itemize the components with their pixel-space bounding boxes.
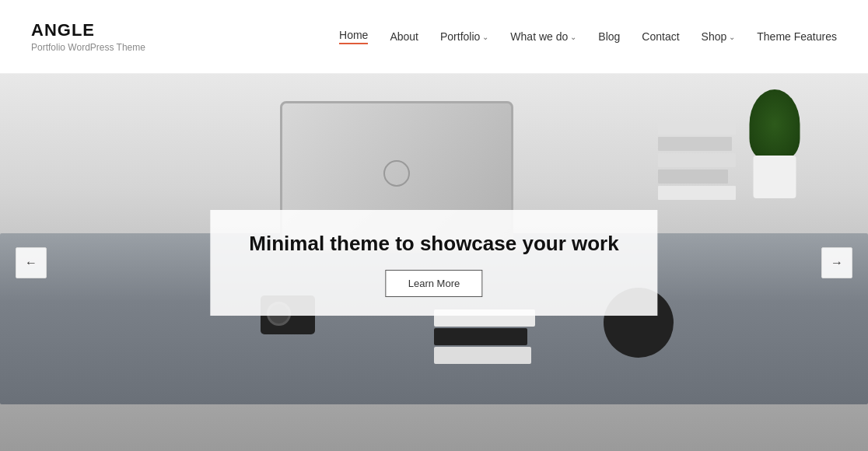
hero-section: ← → Minimal theme to showcase your work … bbox=[0, 74, 868, 451]
book-3 bbox=[434, 347, 531, 364]
nav-item-shop[interactable]: Shop ⌄ bbox=[702, 30, 736, 43]
nav-item-blog[interactable]: Blog bbox=[598, 30, 620, 43]
logo-title: ANGLE bbox=[31, 20, 145, 40]
plant-pot bbox=[754, 156, 796, 198]
hero-headline: Minimal theme to showcase your work bbox=[249, 232, 618, 256]
book-r-4 bbox=[658, 170, 728, 184]
portfolio-chevron-icon: ⌄ bbox=[482, 33, 488, 41]
next-slide-button[interactable]: → bbox=[821, 247, 852, 278]
shop-chevron-icon: ⌄ bbox=[729, 33, 735, 41]
plant-foliage bbox=[750, 89, 800, 159]
book-r-3 bbox=[658, 153, 736, 167]
nav-item-portfolio[interactable]: Portfolio ⌄ bbox=[440, 30, 488, 43]
logo-subtitle: Portfolio WordPress Theme bbox=[31, 42, 145, 53]
nav-item-contact[interactable]: Contact bbox=[642, 30, 679, 43]
logo-area: ANGLE Portfolio WordPress Theme bbox=[31, 20, 145, 53]
books-desk bbox=[434, 309, 535, 365]
nav-item-theme-features[interactable]: Theme Features bbox=[757, 30, 837, 43]
hero-text-box: Minimal theme to showcase your work Lear… bbox=[210, 210, 657, 316]
nav-item-home[interactable]: Home bbox=[339, 29, 368, 44]
nav-item-what-we-do[interactable]: What we do ⌄ bbox=[510, 30, 576, 43]
main-nav: Home About Portfolio ⌄ What we do ⌄ Blog… bbox=[339, 29, 837, 44]
book-2 bbox=[434, 328, 527, 345]
what-we-do-chevron-icon: ⌄ bbox=[570, 33, 576, 41]
books-right bbox=[658, 121, 736, 200]
prev-slide-button[interactable]: ← bbox=[16, 247, 47, 278]
hero-cta-button[interactable]: Learn More bbox=[386, 270, 482, 297]
book-r-5 bbox=[658, 186, 736, 200]
plant bbox=[744, 89, 806, 198]
book-r-2 bbox=[658, 137, 732, 151]
site-header: ANGLE Portfolio WordPress Theme Home Abo… bbox=[0, 0, 868, 74]
book-r-1 bbox=[658, 121, 736, 135]
nav-item-about[interactable]: About bbox=[390, 30, 418, 43]
